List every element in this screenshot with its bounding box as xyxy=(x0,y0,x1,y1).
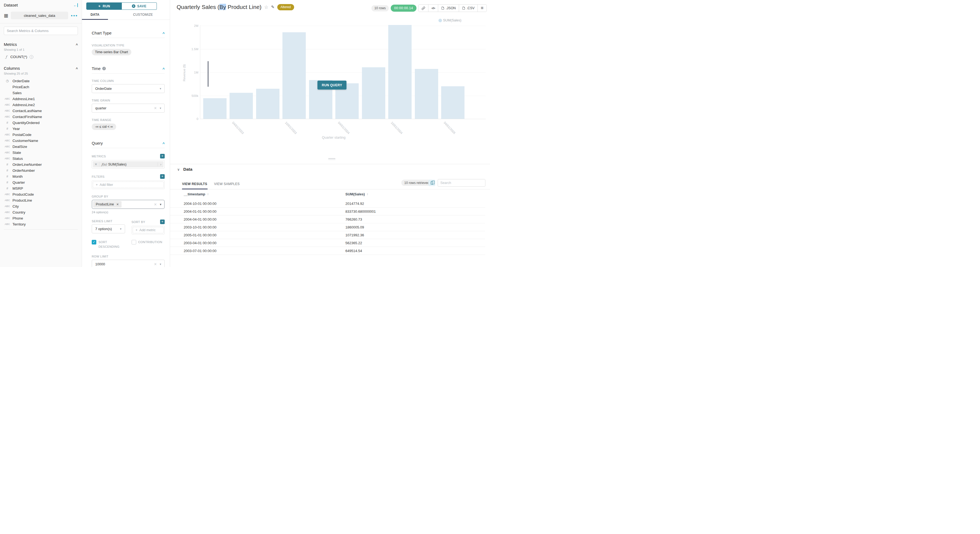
add-sort-metric-button[interactable]: + xyxy=(160,219,165,224)
group-by-chip[interactable]: ProductLine✕ xyxy=(93,201,122,208)
column-item[interactable]: PriceEach xyxy=(4,84,78,90)
column-name: OrderDate xyxy=(13,79,30,83)
sort-descending-checkbox[interactable]: ✓ xyxy=(92,240,96,245)
sidebar-search-input[interactable] xyxy=(4,27,78,35)
remove-metric-icon[interactable]: ✕ xyxy=(93,162,99,166)
chevron-down-icon[interactable]: ▼ xyxy=(159,203,162,206)
column-item[interactable]: #Quarter xyxy=(4,180,78,185)
chevron-down-icon[interactable]: ▼ xyxy=(159,107,162,110)
column-item[interactable]: ABCState xyxy=(4,149,78,156)
chevron-down-icon[interactable]: ▼ xyxy=(159,87,162,90)
favorite-star-icon[interactable]: ☆ xyxy=(264,4,268,10)
table-row[interactable]: 2004-01-01 00:00:00833730.680000001 xyxy=(170,208,485,215)
add-sort-metric-dropzone[interactable]: +Add metric xyxy=(133,227,164,234)
altered-badge[interactable]: Altered xyxy=(277,4,294,10)
save-button[interactable]: + SAVE xyxy=(122,2,157,10)
time-range-value[interactable]: -∞ ≤ col < ∞ xyxy=(92,124,116,130)
table-row[interactable]: 2003-10-01 00:00:001860005.09 xyxy=(170,223,485,231)
metrics-collapse-icon[interactable]: ∧ xyxy=(75,43,78,46)
tab-customize[interactable]: CUSTOMIZE xyxy=(125,10,161,19)
contribution-checkbox[interactable] xyxy=(132,240,136,245)
clear-icon[interactable]: ✕ xyxy=(154,202,157,207)
time-grain-select[interactable]: quarter ✕ ▼ xyxy=(92,104,165,113)
metric-help-icon[interactable]: ? xyxy=(30,55,33,59)
chart-legend[interactable]: SUM(Sales) xyxy=(438,19,461,22)
column-item[interactable]: ABCTerritory xyxy=(4,221,78,227)
column-item[interactable]: #OrderLineNumber xyxy=(4,161,78,167)
clear-icon[interactable]: ✕ xyxy=(154,262,157,266)
metric-item[interactable]: ƒ COUNT(*) ? xyxy=(4,55,78,59)
chevron-down-icon[interactable]: ▼ xyxy=(159,263,162,265)
row-limit-select[interactable]: 10000 ✕ ▼ xyxy=(92,260,165,267)
visualization-type-value[interactable]: Time-series Bar Chart xyxy=(92,49,131,56)
column-item[interactable]: ABCAddressLine1 xyxy=(4,96,78,102)
table-row[interactable]: 2005-01-01 00:00:001071992.36 xyxy=(170,231,485,239)
tab-view-results[interactable]: VIEW RESULTS xyxy=(182,182,207,186)
collapse-results-icon[interactable]: ∨ xyxy=(177,167,180,172)
column-item[interactable]: ABCProductLine xyxy=(4,197,78,203)
more-options-button[interactable]: ≡ xyxy=(478,5,487,12)
column-item[interactable]: #MSRP xyxy=(4,185,78,191)
info-icon[interactable]: i xyxy=(102,67,106,70)
edit-title-icon[interactable]: ✎ xyxy=(271,5,275,10)
column-item[interactable]: Sales xyxy=(4,90,78,96)
tab-data[interactable]: DATA xyxy=(82,10,108,19)
column-item[interactable]: ABCPhone xyxy=(4,215,78,221)
chart-title[interactable]: Quarterly Sales (By Product Line) xyxy=(177,4,262,10)
column-item[interactable]: ABCAddressLine2 xyxy=(4,102,78,108)
column-item[interactable]: ABCCity xyxy=(4,203,78,209)
sort-icon[interactable]: ▲▼ xyxy=(367,193,368,195)
columns-collapse-icon[interactable]: ∧ xyxy=(75,67,78,70)
tab-view-samples[interactable]: VIEW SAMPLES xyxy=(214,182,240,186)
remove-chip-icon[interactable]: ✕ xyxy=(116,203,119,206)
series-limit-select[interactable]: 7 option(s) ▼ xyxy=(92,224,125,234)
chevron-right-icon[interactable]: › xyxy=(158,162,164,166)
column-item[interactable]: #Year xyxy=(4,126,78,132)
column-item[interactable]: #OrderNumber xyxy=(4,167,78,173)
chart-type-collapse-icon[interactable]: ∧ xyxy=(162,31,165,35)
column-item[interactable]: ◷OrderDate xyxy=(4,78,78,84)
column-item[interactable]: ABCProductCode xyxy=(4,191,78,197)
x-tick-slot xyxy=(202,121,228,137)
column-item[interactable]: ABCContactLastName xyxy=(4,108,78,114)
sort-icon[interactable]: ▲▼ xyxy=(207,193,208,195)
export-json-button[interactable]: .JSON xyxy=(438,5,459,12)
time-column-select[interactable]: OrderDate ▼ xyxy=(92,84,165,93)
copy-link-button[interactable] xyxy=(418,5,428,12)
column-item[interactable]: #QuantityOrdered xyxy=(4,120,78,126)
metric-chip[interactable]: ✕ ƒ(x)SUM(Sales) › xyxy=(93,161,164,167)
table-row[interactable]: 2003-07-01 00:00:00649514.54 xyxy=(170,247,485,255)
embed-code-button[interactable]: </> xyxy=(428,5,438,12)
group-by-select[interactable]: ProductLine✕ ✕ ▼ xyxy=(92,200,165,209)
add-filter-button[interactable]: + xyxy=(160,174,165,179)
clear-icon[interactable]: ✕ xyxy=(154,106,157,110)
dataset-more-menu-icon[interactable]: ●●● xyxy=(71,14,78,17)
column-header-timestamp[interactable]: __timestamp ▲▼ xyxy=(184,192,208,196)
add-filter-dropzone[interactable]: +Add filter xyxy=(93,181,164,188)
column-item[interactable]: ABCPostalCode xyxy=(4,132,78,138)
copy-data-button[interactable] xyxy=(428,180,435,186)
export-csv-button[interactable]: .CSV xyxy=(459,5,478,12)
column-item[interactable]: ABCStatus xyxy=(4,156,78,161)
column-item[interactable]: ABCDealSize xyxy=(4,143,78,149)
time-collapse-icon[interactable]: ∧ xyxy=(162,67,165,70)
table-row[interactable]: 2004-04-01 00:00:00766260.73 xyxy=(170,215,485,223)
column-item[interactable]: ABCContactFirstName xyxy=(4,114,78,120)
column-item[interactable]: ABCCustomerName xyxy=(4,138,78,143)
column-item[interactable]: #Month xyxy=(4,173,78,180)
panel-resize-handle[interactable] xyxy=(328,158,335,161)
add-metric-button[interactable]: + xyxy=(160,154,165,159)
column-header-sum-sales[interactable]: SUM(Sales) ▲▼ xyxy=(345,192,368,196)
y-axis-tick-label: 2M xyxy=(186,24,198,27)
query-collapse-icon[interactable]: ∧ xyxy=(162,141,165,145)
collapse-sidebar-icon[interactable]: ← xyxy=(73,3,78,7)
dataset-name[interactable]: cleaned_sales_data xyxy=(11,12,68,19)
table-row[interactable]: 2003-04-01 00:00:00562365.22 xyxy=(170,239,485,247)
table-row[interactable]: 2004-10-01 00:00:002014774.92 xyxy=(170,200,485,208)
run-query-button[interactable]: RUN QUERY xyxy=(317,81,347,89)
scrollbar-thumb[interactable] xyxy=(208,61,208,87)
run-button[interactable]: RUN xyxy=(86,2,122,10)
results-search-input[interactable] xyxy=(438,179,485,187)
column-item[interactable]: ABCCountry xyxy=(4,209,78,215)
chevron-down-icon[interactable]: ▼ xyxy=(120,228,122,230)
